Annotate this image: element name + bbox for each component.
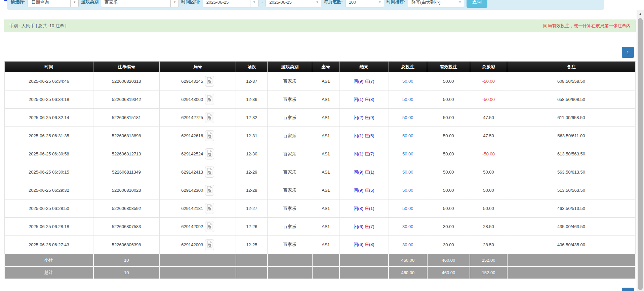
valid-bet: 50.00 (427, 199, 470, 218)
game-result: 闲(9) 庄(1) (339, 163, 389, 181)
search-button[interactable]: 查询 (467, 0, 487, 8)
banker-result-points: (5) (369, 133, 374, 138)
video-icon (207, 222, 213, 231)
round-cell: 629142413 (160, 163, 236, 181)
video-replay-button[interactable] (205, 130, 214, 141)
report-type-select[interactable]: 日期查询 ▼ (28, 0, 79, 7)
chevron-down-icon: ▼ (313, 0, 321, 7)
total-bet-link[interactable]: 50.00 (402, 188, 413, 193)
game-type-label: 游戏类别 (81, 0, 98, 5)
column-header: 结果 (339, 62, 389, 72)
round-id: 629142725 (181, 115, 203, 120)
page-size-select[interactable]: 100 ▼ (345, 0, 384, 7)
table-number: AS1 (312, 145, 339, 163)
page-button-1-top[interactable]: 1 (622, 47, 634, 58)
game-type: 百家乐 (268, 199, 312, 218)
player-result: 闲(9) (354, 79, 363, 84)
game-result: 闲(6) 庄(7) (339, 218, 389, 236)
payout: 50.00 (470, 163, 507, 181)
bet-time: 2025-06-25 06:30:15 (4, 163, 93, 181)
payout: 28.50 (470, 236, 507, 254)
bet-time: 2025-06-25 06:31:35 (4, 127, 93, 145)
round-cell: 629142300 (160, 181, 236, 199)
video-replay-button[interactable] (205, 167, 214, 178)
video-replay-button[interactable] (205, 239, 214, 250)
total-bet-link[interactable]: 50.00 (402, 115, 413, 120)
video-replay-button[interactable] (205, 112, 214, 123)
chevron-down-icon: ▼ (70, 0, 78, 7)
table-row: 2025-06-25 06:31:35 522606813898 6291426… (4, 127, 635, 145)
column-header: 桌号 (312, 62, 339, 72)
valid-bet: 50.00 (427, 109, 470, 127)
total-bet-link[interactable]: 30.00 (402, 224, 413, 229)
total-bet-link[interactable]: 50.00 (402, 133, 413, 138)
scrollbar: ▲ (637, 10, 644, 291)
column-header: 游戏类别 (268, 62, 312, 72)
total-bet-link[interactable]: 50.00 (402, 206, 413, 211)
bet-time: 2025-06-25 06:28:50 (4, 199, 93, 218)
column-header: 总投注 (389, 62, 427, 72)
bet-id: 522606808592 (93, 199, 160, 218)
banker-result-label: 庄 (365, 133, 369, 138)
banker-result-label: 庄 (365, 151, 369, 156)
bet-time: 2025-06-25 06:34:18 (4, 90, 93, 109)
video-replay-button[interactable] (205, 221, 214, 232)
total-bet-link[interactable]: 50.00 (402, 79, 413, 84)
total-bet-link[interactable]: 50.00 (402, 170, 413, 175)
round-id: 629142181 (181, 206, 203, 211)
bet-time: 2025-06-25 06:32:14 (4, 109, 93, 127)
sort-select[interactable]: 降幂(由大到小) ▼ (408, 0, 464, 7)
date-to-select[interactable]: 2025-06-25 ▼ (266, 0, 321, 7)
table-row: 2025-06-25 06:27:43 522606806398 6291420… (4, 236, 635, 254)
video-replay-button[interactable] (205, 185, 214, 196)
table-number: AS1 (312, 127, 339, 145)
total-bet-link[interactable]: 50.00 (402, 151, 413, 156)
subtotal-valid-bet: 460.00 (427, 254, 470, 266)
page-button-1-bottom[interactable]: 1 (622, 288, 634, 291)
report-type-label: 请选择: (11, 0, 25, 5)
table-row: 2025-06-25 06:32:14 522606815181 6291427… (4, 109, 635, 127)
player-result: 闲(6) (354, 242, 363, 247)
remark: 613.50/563.50 (507, 145, 635, 163)
session-number: 12-32 (236, 109, 268, 127)
game-result: 闲(1) 庄(5) (339, 127, 389, 145)
video-replay-button[interactable] (205, 94, 214, 105)
column-header: 时间 (4, 62, 93, 72)
scroll-up-arrow[interactable]: ▲ (637, 10, 644, 17)
payout: 50.00 (470, 199, 507, 218)
banker-result-label: 庄 (365, 206, 369, 211)
banker-result-label: 庄 (365, 170, 369, 175)
player-result: 闲(6) (354, 224, 363, 229)
banker-result-points: (9) (369, 115, 374, 120)
column-header: 注单编号 (93, 62, 160, 72)
total-bet-link[interactable]: 50.00 (402, 97, 413, 102)
game-type: 百家乐 (268, 90, 312, 109)
table-number: AS1 (312, 236, 339, 254)
banker-result-label: 庄 (365, 224, 369, 229)
total-bet-link[interactable]: 30.00 (402, 242, 413, 247)
player-result: 闲(1) (354, 151, 363, 156)
player-result: 闲(9) (354, 170, 363, 175)
bet-id: 522606806398 (93, 236, 160, 254)
round-id: 629142616 (181, 133, 203, 138)
date-from-select[interactable]: 2025-06-25 ▼ (203, 0, 258, 7)
table-row: 2025-06-25 06:30:58 522606812713 6291425… (4, 145, 635, 163)
same-round-notice: 同局有效投注，统一计算在该局第一张注单内 (543, 23, 631, 29)
remark: 563.50/613.50 (507, 163, 635, 181)
payout: -50.00 (470, 145, 507, 163)
video-replay-button[interactable] (205, 148, 214, 159)
game-type: 百家乐 (268, 163, 312, 181)
video-replay-button[interactable] (205, 76, 214, 87)
video-replay-button[interactable] (205, 203, 214, 214)
player-result: 闲(1) (354, 97, 363, 102)
banker-result-points: (8) (369, 97, 374, 102)
column-header: 场次 (236, 62, 268, 72)
scrollbar-thumb[interactable] (638, 18, 643, 290)
game-type-select[interactable]: 百家乐 ▼ (101, 0, 179, 7)
valid-bet: 50.00 (427, 181, 470, 199)
session-number: 12-31 (236, 127, 268, 145)
remark: 406.50/435.00 (507, 236, 635, 254)
total-label: 总计 (4, 266, 93, 279)
total-row: 总计 10 460.00 460.00 152.00 (4, 266, 635, 279)
table-number: AS1 (312, 199, 339, 218)
